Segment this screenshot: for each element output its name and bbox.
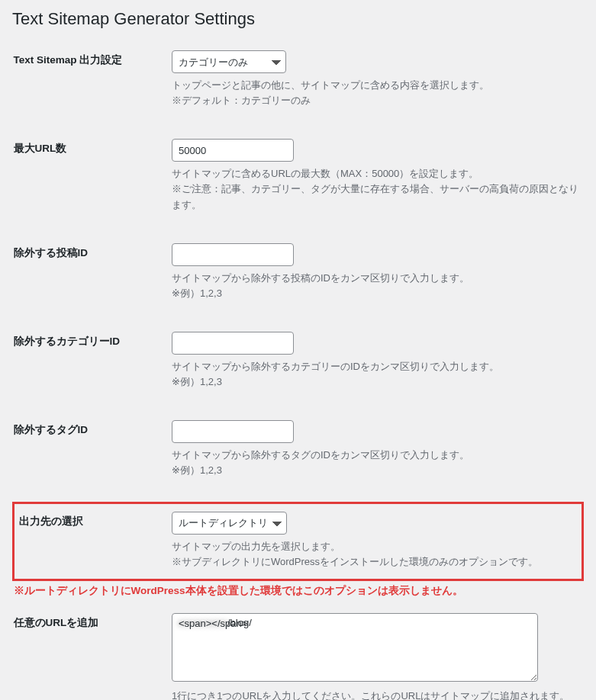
output-select[interactable]: カテゴリーのみ xyxy=(172,50,286,73)
maxurl-input[interactable] xyxy=(172,139,294,162)
desc-ex-cat: サイトマップから除外するカテゴリーのIDをカンマ区切りで入力します。 ※例）1,… xyxy=(172,359,583,390)
red-note: ※ルートディレクトリにWordPress本体を設置した環境ではこのオプションは表… xyxy=(14,584,583,598)
desc-maxurl: サイトマップに含めるURLの最大数（MAX：50000）を設定します。 ※ご注意… xyxy=(172,166,583,212)
ex-post-input[interactable] xyxy=(172,243,294,266)
label-dest: 出力先の選択 xyxy=(14,503,172,580)
addurl-textarea[interactable]: <span></span> xyxy=(172,613,538,682)
label-output: Text Sitemap 出力設定 xyxy=(14,43,172,131)
dest-select[interactable]: ルートディレクトリ xyxy=(172,512,287,535)
desc-addurl: 1行につき1つのURLを入力してください。これらのURLはサイトマップに追加され… xyxy=(172,689,583,700)
desc-dest: サイトマップの出力先を選択します。 ※サブディレクトリにWordPressをイン… xyxy=(172,539,582,570)
page-title: Text Sitemap Generator Settings xyxy=(12,6,584,29)
desc-ex-tag: サイトマップから除外するタグのIDをカンマ区切りで入力します。 ※例）1,2,3 xyxy=(172,448,583,478)
label-addurl: 任意のURLを追加 xyxy=(14,605,172,700)
desc-output: トップページと記事の他に、サイトマップに含める内容を選択します。 ※デフォルト：… xyxy=(172,78,583,108)
label-ex-post: 除外する投稿ID xyxy=(14,236,172,324)
desc-ex-post: サイトマップから除外する投稿のIDをカンマ区切りで入力します。 ※例）1,2,3 xyxy=(172,271,583,301)
label-ex-cat: 除外するカテゴリーID xyxy=(14,324,172,413)
highlight-dest-row: 出力先の選択 ルートディレクトリ サイトマップの出力先を選択します。 ※サブディ… xyxy=(14,503,583,580)
label-ex-tag: 除外するタグID xyxy=(14,413,172,503)
ex-tag-input[interactable] xyxy=(172,420,294,443)
ex-cat-input[interactable] xyxy=(172,332,294,355)
label-maxurl: 最大URL数 xyxy=(14,131,172,235)
